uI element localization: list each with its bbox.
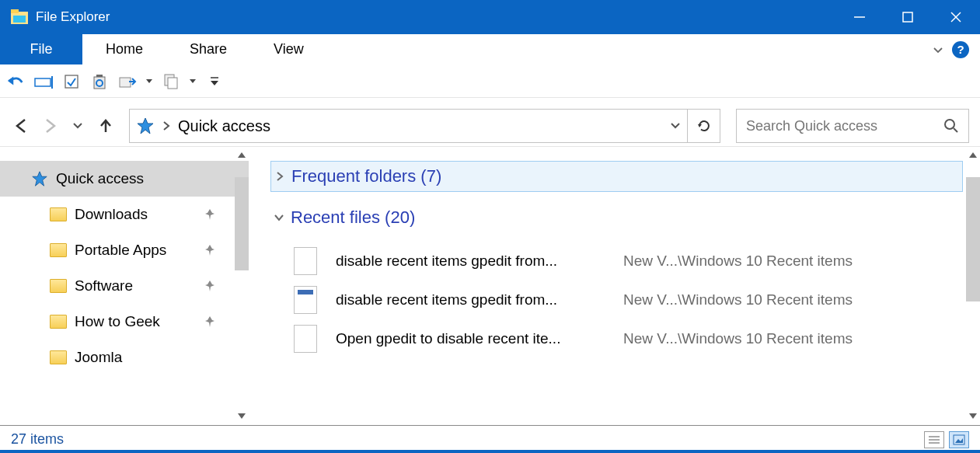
forward-button[interactable] — [39, 115, 61, 137]
ribbon-collapse-icon[interactable] — [932, 44, 944, 56]
svg-rect-13 — [120, 78, 131, 87]
file-name: disable recent items gpedit from... — [336, 291, 623, 308]
pin-icon — [204, 208, 216, 221]
properties-icon[interactable] — [62, 72, 81, 91]
svg-marker-33 — [955, 438, 963, 443]
chevron-right-icon — [274, 171, 285, 182]
tree-item-how-to-geek[interactable]: How to Geek — [0, 304, 249, 340]
file-icon — [294, 247, 317, 275]
svg-rect-9 — [65, 75, 78, 88]
svg-line-23 — [954, 128, 957, 132]
tree-item-quick-access[interactable]: Quick access — [0, 161, 249, 197]
navpane-scrollbar[interactable] — [235, 151, 249, 421]
status-item-count: 27 items — [11, 431, 64, 448]
qat-customize-icon[interactable] — [210, 76, 219, 87]
up-button[interactable] — [95, 115, 117, 137]
content-scrollbar[interactable] — [966, 151, 980, 421]
tree-item-joomla[interactable]: Joomla — [0, 340, 249, 375]
tree-item-downloads[interactable]: Downloads — [0, 197, 249, 232]
ribbon-tabs: File Home Share View ? — [0, 34, 980, 65]
tree-item-label: How to Geek — [75, 313, 160, 330]
file-icon — [294, 325, 317, 353]
minimize-button[interactable] — [835, 0, 884, 34]
thumbnails-view-toggle[interactable] — [949, 431, 969, 448]
folder-icon — [50, 279, 67, 293]
breadcrumb[interactable]: Quick access — [178, 117, 270, 135]
tab-label: Share — [190, 41, 227, 57]
tree-item-label: Software — [75, 277, 133, 294]
tree-item-software[interactable]: Software — [0, 268, 249, 304]
search-placeholder: Search Quick access — [746, 118, 877, 134]
svg-rect-2 — [13, 16, 26, 23]
file-row[interactable]: disable recent items gpedit from... New … — [270, 242, 963, 281]
address-bar[interactable]: Quick access — [129, 109, 688, 143]
tab-home[interactable]: Home — [82, 34, 166, 64]
quick-access-star-icon — [136, 117, 155, 135]
window-controls — [835, 0, 980, 34]
svg-marker-14 — [146, 79, 152, 83]
svg-marker-26 — [238, 413, 246, 419]
back-button[interactable] — [11, 115, 33, 137]
file-path: New V...\Windows 10 Recent items — [623, 253, 853, 270]
pin-icon — [204, 280, 216, 292]
tree-item-label: Joomla — [75, 349, 122, 366]
svg-marker-24 — [33, 172, 47, 186]
scroll-down-icon[interactable] — [968, 412, 978, 421]
undo-icon[interactable] — [6, 72, 25, 91]
chevron-down-icon — [274, 212, 284, 223]
tree-item-label: Portable Apps — [75, 242, 166, 259]
search-icon — [943, 118, 959, 134]
tree-item-label: Downloads — [75, 206, 148, 223]
maximize-button[interactable] — [884, 0, 932, 34]
search-box[interactable]: Search Quick access — [736, 109, 969, 143]
dropdown-caret-icon[interactable] — [146, 78, 152, 85]
recent-locations-button[interactable] — [67, 115, 89, 137]
group-recent-files[interactable]: Recent files (20) — [270, 203, 963, 232]
svg-rect-16 — [168, 78, 177, 89]
file-row[interactable]: Open gpedit to disable recent ite... New… — [270, 319, 963, 358]
title-bar: File Explorer — [0, 0, 980, 34]
svg-marker-17 — [190, 79, 196, 83]
refresh-button[interactable] — [688, 109, 720, 143]
scroll-thumb[interactable] — [235, 177, 249, 270]
scroll-up-icon[interactable] — [968, 151, 978, 160]
scroll-down-icon[interactable] — [237, 412, 246, 421]
svg-rect-4 — [903, 12, 912, 22]
tab-view[interactable]: View — [250, 34, 327, 64]
app-icon — [11, 9, 28, 26]
details-view-toggle[interactable] — [924, 431, 944, 448]
file-name: disable recent items gpedit from... — [336, 253, 623, 270]
tab-label: View — [274, 41, 304, 57]
svg-marker-21 — [698, 124, 702, 127]
svg-marker-25 — [238, 152, 246, 158]
svg-marker-20 — [138, 118, 153, 134]
close-button[interactable] — [932, 0, 980, 34]
file-tab-label: File — [30, 41, 52, 57]
scroll-up-icon[interactable] — [237, 151, 246, 160]
dropdown-caret-icon[interactable] — [190, 78, 196, 85]
svg-rect-7 — [35, 78, 51, 86]
group-label: Recent files (20) — [291, 207, 415, 228]
file-row[interactable]: disable recent items gpedit from... New … — [270, 281, 963, 319]
folder-icon — [50, 315, 67, 329]
move-to-icon[interactable] — [118, 72, 137, 91]
window-border — [0, 450, 980, 453]
tree-item-label: Quick access — [56, 170, 144, 187]
navigation-row: Quick access Search Quick access — [0, 106, 980, 146]
pin-icon — [204, 315, 216, 328]
window-title: File Explorer — [36, 9, 110, 25]
tab-share[interactable]: Share — [166, 34, 250, 64]
folder-icon — [50, 243, 67, 257]
recycle-bin-icon[interactable] — [90, 72, 109, 91]
file-name: Open gpedit to disable recent ite... — [336, 330, 623, 347]
scroll-thumb[interactable] — [966, 177, 980, 301]
file-path: New V...\Windows 10 Recent items — [623, 330, 853, 347]
copy-icon[interactable] — [162, 72, 180, 91]
help-icon[interactable]: ? — [952, 41, 969, 58]
address-dropdown-icon[interactable] — [670, 120, 681, 131]
tree-item-portable-apps[interactable]: Portable Apps — [0, 232, 249, 268]
navigation-pane: Quick access Downloads Portable Apps Sof… — [0, 147, 249, 425]
file-tab[interactable]: File — [0, 34, 82, 64]
group-frequent-folders[interactable]: Frequent folders (7) — [270, 161, 963, 192]
rename-icon[interactable] — [34, 72, 53, 91]
